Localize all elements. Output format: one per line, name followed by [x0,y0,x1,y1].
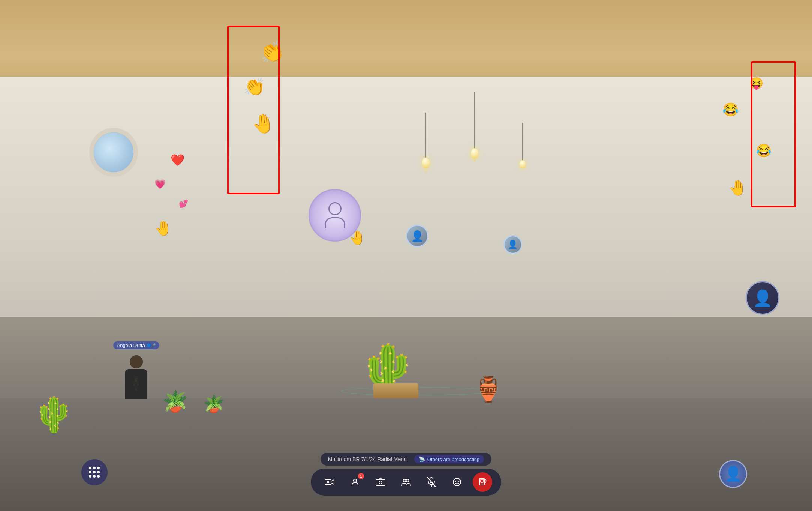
user-avatar-button[interactable]: 👤 [719,460,747,488]
angela-name: Angela Dutta [117,343,145,348]
mic-icon [427,477,436,487]
broadcasting-status[interactable]: 📡 Others are broadcasting [414,455,484,463]
toolbar-container: 1 [311,469,501,496]
room-name-label: Multiroom BR 7/1/24 Radial Menu [328,456,407,462]
person-icon [351,478,360,487]
planter-box [373,383,418,398]
barrel-cactus: 🪴 [162,389,188,414]
cactus-left: 🌵 [33,395,75,434]
emoji-icon [452,478,461,487]
vase-decoration: 🏺 [473,375,503,404]
broadcast-button[interactable] [473,472,492,492]
small-person-avatar: 👤 [406,225,428,247]
person-button[interactable]: 1 [345,472,365,492]
grid-dots-icon [89,467,100,478]
camera-icon [325,478,334,486]
svg-point-2 [354,479,357,482]
interior-wall [0,77,812,358]
hanging-light-1 [422,113,430,173]
status-bar: Multiroom BR 7/1/24 Radial Menu 📡 Others… [321,453,492,466]
emoji-button[interactable] [447,472,467,492]
user-avatar-icon: 👤 [724,466,742,482]
bottom-toolbar: Multiroom BR 7/1/24 Radial Menu 📡 Others… [311,453,501,496]
camera-button[interactable] [320,472,339,492]
svg-point-1 [327,481,329,483]
svg-rect-15 [481,479,483,482]
circle-window [89,128,138,177]
svg-point-12 [455,481,456,482]
broadcaster-avatar-right: 👤 [746,281,779,315]
scene-background: Angela Dutta 🔵🎤 🕴 ❤️ 💗 💕 🤚 👏 👏 🤚 🤚 👤 [0,0,812,511]
svg-point-4 [379,481,382,484]
svg-point-6 [403,479,406,482]
hanging-light-2 [471,92,478,161]
group-icon [401,478,411,486]
center-avatar-placeholder [309,189,361,242]
round-cactus: 🪴 [203,394,224,414]
broadcast-icon: 📡 [419,456,425,462]
person-badge: 1 [358,473,364,479]
photo-button[interactable] [371,472,390,492]
broadcast-icon [478,478,487,487]
angela-name-badge: Angela Dutta 🔵🎤 [113,341,159,349]
svg-rect-0 [325,479,331,485]
svg-point-7 [406,479,409,482]
photo-icon [376,478,385,486]
svg-rect-3 [376,479,385,485]
svg-point-11 [453,478,461,486]
group-button[interactable] [396,472,416,492]
mic-mute-button[interactable] [422,472,441,492]
small-avatar-2: 👤 [503,235,522,254]
hanging-light-3 [520,123,526,168]
broadcast-text: Others are broadcasting [427,457,479,462]
angela-avatar: Angela Dutta 🔵🎤 🕴 [114,341,159,409]
menu-button[interactable] [81,459,108,485]
